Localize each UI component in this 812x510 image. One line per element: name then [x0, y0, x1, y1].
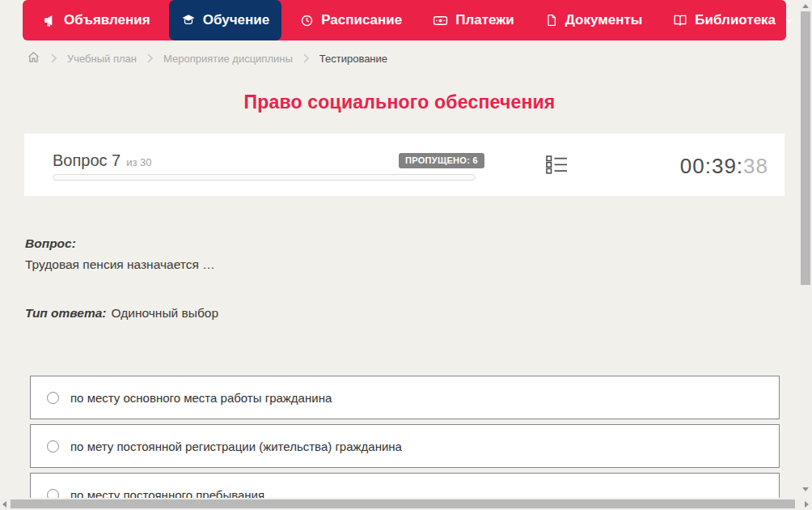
answer-options: по месту основного места работы граждани…: [30, 376, 780, 510]
page: { "nav": { "items": [ { "label": "Объявл…: [0, 0, 812, 510]
radio-button[interactable]: [47, 392, 59, 404]
scroll-right-arrow[interactable]: [805, 501, 809, 508]
question-number-label: Вопрос 7: [53, 151, 121, 169]
timer: 00:39:38: [680, 154, 768, 179]
question-total: из 30: [126, 156, 151, 168]
main-nav: Объявления Обучение Расписание Платежи Д…: [23, 0, 786, 40]
nav-item-documents[interactable]: Документы: [533, 0, 655, 40]
breadcrumb-link-curriculum[interactable]: Учебный план: [67, 53, 137, 65]
nav-item-label: Документы: [565, 12, 643, 28]
answer-type-label: Тип ответа:: [25, 306, 107, 320]
nav-item-training[interactable]: Обучение: [169, 0, 281, 40]
horizontal-scrollbar-thumb[interactable]: [11, 499, 795, 508]
chevron-right-icon: [303, 53, 309, 63]
home-icon[interactable]: [27, 50, 40, 66]
nav-item-payments[interactable]: Платежи: [421, 0, 527, 40]
chevron-right-icon: [51, 53, 57, 63]
scroll-up-arrow[interactable]: [802, 4, 809, 8]
nav-item-schedule[interactable]: Расписание: [288, 0, 414, 40]
document-icon: [545, 14, 558, 27]
vertical-scrollbar[interactable]: [799, 0, 812, 498]
chevron-right-icon: [147, 53, 153, 63]
chevron-down-icon: [785, 15, 794, 25]
page-title: Право социального обеспечения: [0, 91, 799, 113]
nav-item-library[interactable]: Библиотека: [661, 0, 806, 40]
breadcrumb-current: Тестирование: [319, 53, 387, 65]
question-number: Вопрос 7из 30: [53, 151, 152, 170]
nav-item-label: Обучение: [203, 12, 269, 28]
radio-button[interactable]: [47, 440, 59, 453]
progress-bar: [53, 174, 476, 181]
option-label: по мету постоянной регистрации (жительст…: [70, 440, 402, 453]
graduation-cap-icon: [181, 13, 196, 28]
nav-item-label: Платежи: [455, 12, 514, 28]
nav-item-label: Библиотека: [695, 12, 776, 28]
scroll-down-arrow[interactable]: [802, 487, 809, 491]
clock-icon: [300, 14, 314, 28]
timer-seconds: 38: [743, 154, 768, 178]
question-list-icon[interactable]: [546, 155, 568, 178]
nav-item-label: Расписание: [321, 12, 402, 28]
breadcrumb: Учебный план Мероприятие дисциплины Тест…: [27, 49, 387, 67]
question-heading: Вопрос:: [25, 236, 76, 251]
nav-item-announcements[interactable]: Объявления: [31, 0, 163, 40]
megaphone-icon: [43, 14, 57, 28]
banknote-icon: [433, 13, 448, 28]
nav-item-label: Объявления: [64, 12, 150, 28]
answer-option[interactable]: по месту основного места работы граждани…: [30, 376, 780, 419]
skipped-badge: ПРОПУЩЕНО: 6: [399, 153, 484, 168]
option-label: по месту основного места работы граждани…: [70, 391, 332, 405]
question-text: Трудовая пенсия назначается …: [25, 257, 215, 272]
breadcrumb-link-discipline-event[interactable]: Мероприятие дисциплины: [163, 53, 293, 65]
answer-type-row: Тип ответа:Одиночный выбор: [25, 306, 218, 321]
scroll-left-arrow[interactable]: [2, 501, 6, 508]
answer-type-value: Одиночный выбор: [112, 306, 219, 320]
vertical-scrollbar-thumb[interactable]: [801, 11, 810, 285]
open-book-icon: [673, 13, 687, 28]
timer-main: 00:39:: [680, 154, 743, 178]
horizontal-scrollbar[interactable]: [0, 498, 812, 510]
answer-option[interactable]: по мету постоянной регистрации (жительст…: [30, 424, 780, 468]
question-card: Вопрос 7из 30 ПРОПУЩЕНО: 6 00:39:38: [24, 134, 785, 196]
